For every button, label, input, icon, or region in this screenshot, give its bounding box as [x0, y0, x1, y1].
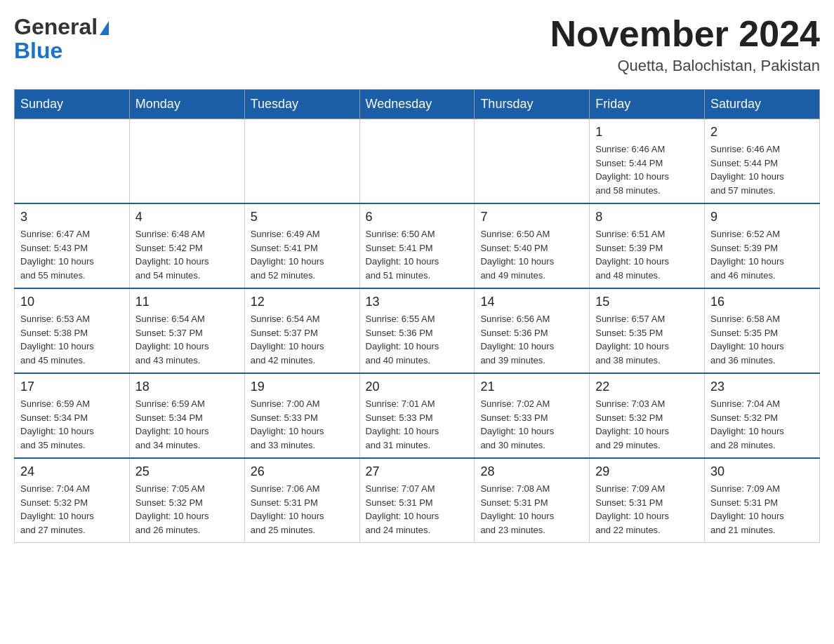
- day-number: 11: [135, 295, 239, 309]
- calendar-cell: 28Sunrise: 7:08 AM Sunset: 5:31 PM Dayli…: [475, 458, 590, 543]
- calendar-cell: 12Sunrise: 6:54 AM Sunset: 5:37 PM Dayli…: [244, 288, 359, 373]
- calendar-cell: 21Sunrise: 7:02 AM Sunset: 5:33 PM Dayli…: [475, 373, 590, 458]
- day-number: 20: [366, 380, 469, 394]
- calendar-cell: 9Sunrise: 6:52 AM Sunset: 5:39 PM Daylig…: [705, 203, 820, 288]
- day-number: 25: [135, 464, 239, 479]
- calendar-cell: 19Sunrise: 7:00 AM Sunset: 5:33 PM Dayli…: [244, 373, 359, 458]
- day-info: Sunrise: 6:56 AM Sunset: 5:36 PM Dayligh…: [480, 312, 583, 367]
- logo-general-label: General: [14, 14, 98, 39]
- day-info: Sunrise: 6:48 AM Sunset: 5:42 PM Dayligh…: [135, 227, 239, 282]
- calendar-week-row: 1Sunrise: 6:46 AM Sunset: 5:44 PM Daylig…: [15, 119, 820, 204]
- day-number: 3: [20, 210, 124, 224]
- day-number: 29: [595, 464, 699, 479]
- calendar-cell: 29Sunrise: 7:09 AM Sunset: 5:31 PM Dayli…: [590, 458, 705, 543]
- day-number: 17: [20, 380, 124, 394]
- calendar-cell: [475, 119, 590, 204]
- calendar-cell: [359, 119, 475, 204]
- day-number: 28: [480, 464, 583, 479]
- calendar-cell: 1Sunrise: 6:46 AM Sunset: 5:44 PM Daylig…: [590, 119, 705, 204]
- title-section: November 2024 Quetta, Balochistan, Pakis…: [550, 14, 820, 75]
- calendar-cell: 5Sunrise: 6:49 AM Sunset: 5:41 PM Daylig…: [244, 203, 359, 288]
- calendar-cell: 15Sunrise: 6:57 AM Sunset: 5:35 PM Dayli…: [590, 288, 705, 373]
- day-info: Sunrise: 7:08 AM Sunset: 5:31 PM Dayligh…: [480, 482, 583, 537]
- day-info: Sunrise: 7:05 AM Sunset: 5:32 PM Dayligh…: [135, 482, 239, 537]
- weekday-header-friday: Friday: [590, 90, 705, 119]
- calendar-cell: 10Sunrise: 6:53 AM Sunset: 5:38 PM Dayli…: [15, 288, 130, 373]
- calendar-cell: 22Sunrise: 7:03 AM Sunset: 5:32 PM Dayli…: [590, 373, 705, 458]
- day-number: 24: [20, 464, 124, 479]
- day-info: Sunrise: 7:03 AM Sunset: 5:32 PM Dayligh…: [595, 397, 699, 452]
- calendar-cell: 2Sunrise: 6:46 AM Sunset: 5:44 PM Daylig…: [705, 119, 820, 204]
- day-info: Sunrise: 7:02 AM Sunset: 5:33 PM Dayligh…: [480, 397, 583, 452]
- weekday-header-tuesday: Tuesday: [244, 90, 359, 119]
- day-info: Sunrise: 7:06 AM Sunset: 5:31 PM Dayligh…: [251, 482, 354, 537]
- day-info: Sunrise: 6:49 AM Sunset: 5:41 PM Dayligh…: [251, 227, 354, 282]
- logo: General Blue: [14, 14, 109, 64]
- day-info: Sunrise: 7:09 AM Sunset: 5:31 PM Dayligh…: [710, 482, 814, 537]
- calendar-cell: [244, 119, 359, 204]
- day-info: Sunrise: 6:50 AM Sunset: 5:41 PM Dayligh…: [366, 227, 469, 282]
- calendar-cell: [15, 119, 130, 204]
- day-info: Sunrise: 7:04 AM Sunset: 5:32 PM Dayligh…: [20, 482, 124, 537]
- day-info: Sunrise: 6:55 AM Sunset: 5:36 PM Dayligh…: [366, 312, 469, 367]
- weekday-header-saturday: Saturday: [705, 90, 820, 119]
- day-number: 8: [595, 210, 699, 224]
- calendar-cell: 23Sunrise: 7:04 AM Sunset: 5:32 PM Dayli…: [705, 373, 820, 458]
- day-info: Sunrise: 6:50 AM Sunset: 5:40 PM Dayligh…: [480, 227, 583, 282]
- day-info: Sunrise: 6:47 AM Sunset: 5:43 PM Dayligh…: [20, 227, 124, 282]
- day-info: Sunrise: 7:04 AM Sunset: 5:32 PM Dayligh…: [710, 397, 814, 452]
- calendar-week-row: 17Sunrise: 6:59 AM Sunset: 5:34 PM Dayli…: [15, 373, 820, 458]
- calendar-cell: 24Sunrise: 7:04 AM Sunset: 5:32 PM Dayli…: [15, 458, 130, 543]
- day-number: 18: [135, 380, 239, 394]
- calendar-table: SundayMondayTuesdayWednesdayThursdayFrid…: [14, 89, 820, 543]
- day-number: 22: [595, 380, 699, 394]
- day-number: 5: [251, 210, 354, 224]
- day-number: 21: [480, 380, 583, 394]
- calendar-week-row: 3Sunrise: 6:47 AM Sunset: 5:43 PM Daylig…: [15, 203, 820, 288]
- weekday-header-row: SundayMondayTuesdayWednesdayThursdayFrid…: [15, 90, 820, 119]
- day-info: Sunrise: 6:57 AM Sunset: 5:35 PM Dayligh…: [595, 312, 699, 367]
- day-info: Sunrise: 6:59 AM Sunset: 5:34 PM Dayligh…: [20, 397, 124, 452]
- day-number: 1: [595, 125, 699, 140]
- weekday-header-thursday: Thursday: [475, 90, 590, 119]
- calendar-cell: [129, 119, 244, 204]
- calendar-cell: 6Sunrise: 6:50 AM Sunset: 5:41 PM Daylig…: [359, 203, 475, 288]
- day-number: 4: [135, 210, 239, 224]
- calendar-week-row: 10Sunrise: 6:53 AM Sunset: 5:38 PM Dayli…: [15, 288, 820, 373]
- calendar-cell: 18Sunrise: 6:59 AM Sunset: 5:34 PM Dayli…: [129, 373, 244, 458]
- day-number: 19: [251, 380, 354, 394]
- day-info: Sunrise: 6:54 AM Sunset: 5:37 PM Dayligh…: [251, 312, 354, 367]
- calendar-cell: 7Sunrise: 6:50 AM Sunset: 5:40 PM Daylig…: [475, 203, 590, 288]
- day-number: 10: [20, 295, 124, 309]
- day-info: Sunrise: 7:09 AM Sunset: 5:31 PM Dayligh…: [595, 482, 699, 537]
- calendar-cell: 25Sunrise: 7:05 AM Sunset: 5:32 PM Dayli…: [129, 458, 244, 543]
- day-number: 14: [480, 295, 583, 309]
- calendar-cell: 13Sunrise: 6:55 AM Sunset: 5:36 PM Dayli…: [359, 288, 475, 373]
- weekday-header-wednesday: Wednesday: [359, 90, 475, 119]
- calendar-cell: 4Sunrise: 6:48 AM Sunset: 5:42 PM Daylig…: [129, 203, 244, 288]
- day-info: Sunrise: 7:07 AM Sunset: 5:31 PM Dayligh…: [366, 482, 469, 537]
- calendar-cell: 27Sunrise: 7:07 AM Sunset: 5:31 PM Dayli…: [359, 458, 475, 543]
- weekday-header-monday: Monday: [129, 90, 244, 119]
- day-number: 12: [251, 295, 354, 309]
- calendar-cell: 8Sunrise: 6:51 AM Sunset: 5:39 PM Daylig…: [590, 203, 705, 288]
- day-info: Sunrise: 6:52 AM Sunset: 5:39 PM Dayligh…: [710, 227, 814, 282]
- day-info: Sunrise: 7:00 AM Sunset: 5:33 PM Dayligh…: [251, 397, 354, 452]
- calendar-cell: 30Sunrise: 7:09 AM Sunset: 5:31 PM Dayli…: [705, 458, 820, 543]
- calendar-cell: 26Sunrise: 7:06 AM Sunset: 5:31 PM Dayli…: [244, 458, 359, 543]
- calendar-title: November 2024: [550, 14, 820, 54]
- day-number: 7: [480, 210, 583, 224]
- day-info: Sunrise: 6:59 AM Sunset: 5:34 PM Dayligh…: [135, 397, 239, 452]
- day-info: Sunrise: 6:46 AM Sunset: 5:44 PM Dayligh…: [710, 142, 814, 197]
- calendar-subtitle: Quetta, Balochistan, Pakistan: [550, 57, 820, 75]
- day-number: 27: [366, 464, 469, 479]
- day-info: Sunrise: 7:01 AM Sunset: 5:33 PM Dayligh…: [366, 397, 469, 452]
- weekday-header-sunday: Sunday: [15, 90, 130, 119]
- calendar-cell: 3Sunrise: 6:47 AM Sunset: 5:43 PM Daylig…: [15, 203, 130, 288]
- calendar-cell: 17Sunrise: 6:59 AM Sunset: 5:34 PM Dayli…: [15, 373, 130, 458]
- logo-blue-label: Blue: [14, 38, 62, 64]
- day-info: Sunrise: 6:46 AM Sunset: 5:44 PM Dayligh…: [595, 142, 699, 197]
- day-info: Sunrise: 6:51 AM Sunset: 5:39 PM Dayligh…: [595, 227, 699, 282]
- calendar-cell: 20Sunrise: 7:01 AM Sunset: 5:33 PM Dayli…: [359, 373, 475, 458]
- calendar-week-row: 24Sunrise: 7:04 AM Sunset: 5:32 PM Dayli…: [15, 458, 820, 543]
